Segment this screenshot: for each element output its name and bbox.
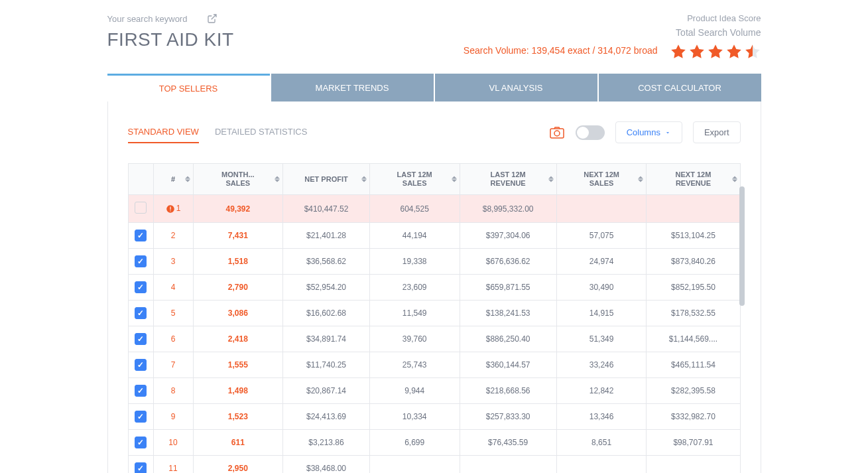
last12-sales-cell: 9,944: [369, 378, 460, 404]
view-tab-detailed-statistics[interactable]: DETAILED STATISTICS: [215, 121, 307, 143]
table-row: 62,418$34,891.7439,760$886,250.4051,349$…: [128, 326, 740, 352]
net-profit-cell: $34,891.74: [283, 326, 370, 352]
net-profit-cell: $16,602.68: [283, 301, 370, 326]
main-tabs: TOP SELLERSMARKET TRENDSVL ANALYSISCOST …: [107, 74, 761, 101]
scrollbar[interactable]: [739, 186, 745, 473]
month-sales-cell: 2,418: [193, 326, 283, 352]
month-sales-cell: 1,498: [193, 378, 283, 404]
net-profit-cell: $52,954.20: [283, 275, 370, 301]
row-checkbox-cell: [128, 456, 153, 473]
last12-rev-cell: $659,871.55: [460, 275, 556, 301]
row-checkbox[interactable]: [135, 307, 147, 319]
month-sales-cell: 611: [193, 430, 283, 456]
column-header[interactable]: NET PROFIT: [283, 164, 370, 195]
last12-sales-cell: 23,609: [369, 275, 460, 301]
row-checkbox[interactable]: [135, 359, 147, 371]
sort-icon[interactable]: [185, 176, 190, 182]
table-row: 42,790$52,954.2023,609$659,871.5530,490$…: [128, 275, 740, 301]
tab-vl-analysis[interactable]: VL ANALYSIS: [435, 74, 597, 101]
rank-cell: 10: [153, 430, 193, 456]
table-row: 91,523$24,413.6910,334$257,833.3013,346$…: [128, 404, 740, 430]
sort-icon[interactable]: [548, 176, 554, 182]
rank-cell: 1: [153, 195, 193, 223]
table-row: 10611$3,213.866,699$76,435.598,651$98,70…: [128, 430, 740, 456]
row-checkbox-cell: [128, 430, 153, 456]
row-checkbox[interactable]: [135, 255, 147, 267]
row-checkbox[interactable]: [135, 462, 147, 473]
row-checkbox-cell: [128, 195, 153, 223]
svg-rect-4: [170, 211, 170, 212]
table-row: 53,086$16,602.6811,549$138,241.5314,915$…: [128, 301, 740, 326]
next12-rev-cell: [647, 195, 740, 223]
row-checkbox-cell: [128, 378, 153, 404]
column-header[interactable]: NEXT 12M SALES: [556, 164, 647, 195]
export-button[interactable]: Export: [693, 121, 741, 143]
tab-top-sellers[interactable]: TOP SELLERS: [107, 74, 270, 101]
row-checkbox-cell: [128, 404, 153, 430]
sort-icon[interactable]: [732, 176, 737, 182]
month-sales-cell: 7,431: [193, 223, 283, 249]
last12-sales-cell: 44,194: [369, 223, 460, 249]
table-row: 31,518$36,568.6219,338$676,636.6224,974$…: [128, 249, 740, 275]
top-sellers-table: #MONTH... SALESNET PROFITLAST 12M SALESL…: [128, 163, 741, 473]
search-keyword-label: Your search keyword: [107, 13, 464, 24]
rank-cell: 9: [153, 404, 193, 430]
table-row: 81,498$20,867.149,944$218,668.5612,842$2…: [128, 378, 740, 404]
tab-cost-calculator[interactable]: COST CALCULATOR: [599, 74, 761, 101]
column-header[interactable]: LAST 12M REVENUE: [460, 164, 556, 195]
next12-sales-cell: 30,490: [556, 275, 647, 301]
view-tab-standard-view[interactable]: STANDARD VIEW: [128, 121, 199, 143]
next12-sales-cell: 8,651: [556, 430, 647, 456]
next12-rev-cell: $282,395.58: [647, 378, 740, 404]
column-header[interactable]: NEXT 12M REVENUE: [647, 164, 740, 195]
page-header: Your search keyword FIRST AID KIT Produc…: [107, 13, 761, 60]
month-sales-cell: 1,518: [193, 249, 283, 275]
row-checkbox[interactable]: [135, 437, 147, 448]
sort-icon[interactable]: [452, 176, 457, 182]
next12-sales-cell: 14,915: [556, 301, 647, 326]
next12-rev-cell: $178,532.55: [647, 301, 740, 326]
external-link-icon[interactable]: [207, 13, 217, 24]
last12-rev-cell: $360,144.57: [460, 352, 556, 378]
row-checkbox[interactable]: [135, 230, 147, 241]
net-profit-cell: $36,568.62: [283, 249, 370, 275]
table-row: 112,950$38,468.00: [128, 456, 740, 473]
last12-sales-cell: 10,334: [369, 404, 460, 430]
screenshot-icon[interactable]: [549, 125, 565, 141]
chevron-down-icon: [664, 129, 671, 136]
last12-rev-cell: $218,668.56: [460, 378, 556, 404]
column-header[interactable]: LAST 12M SALES: [369, 164, 460, 195]
column-header[interactable]: MONTH... SALES: [193, 164, 283, 195]
view-toggle[interactable]: [576, 125, 605, 140]
last12-sales-cell: [369, 456, 460, 473]
rank-cell: 7: [153, 352, 193, 378]
column-header[interactable]: #: [153, 164, 193, 195]
next12-sales-cell: 33,246: [556, 352, 647, 378]
columns-button[interactable]: Columns: [615, 121, 682, 143]
row-checkbox[interactable]: [135, 202, 147, 214]
net-profit-cell: $38,468.00: [283, 456, 370, 473]
last12-rev-cell: [460, 456, 556, 473]
row-checkbox[interactable]: [135, 333, 147, 345]
row-checkbox[interactable]: [135, 411, 147, 423]
net-profit-cell: $24,413.69: [283, 404, 370, 430]
sort-icon[interactable]: [361, 176, 367, 182]
tab-market-trends[interactable]: MARKET TRENDS: [271, 74, 434, 101]
keyword-title: FIRST AID KIT: [107, 29, 464, 50]
row-checkbox-cell: [128, 301, 153, 326]
star-icon: [688, 43, 706, 60]
row-checkbox[interactable]: [135, 281, 147, 293]
view-tabs: STANDARD VIEWDETAILED STATISTICS: [128, 121, 308, 143]
rank-cell: 6: [153, 326, 193, 352]
row-checkbox-cell: [128, 275, 153, 301]
next12-rev-cell: $98,707.91: [647, 430, 740, 456]
next12-sales-cell: 13,346: [556, 404, 647, 430]
last12-sales-cell: 25,743: [369, 352, 460, 378]
row-checkbox[interactable]: [135, 385, 147, 397]
column-checkbox: [128, 164, 153, 195]
sort-icon[interactable]: [638, 176, 643, 182]
last12-rev-cell: $886,250.40: [460, 326, 556, 352]
rank-cell: 4: [153, 275, 193, 301]
sort-icon[interactable]: [275, 176, 280, 182]
rank-cell: 8: [153, 378, 193, 404]
